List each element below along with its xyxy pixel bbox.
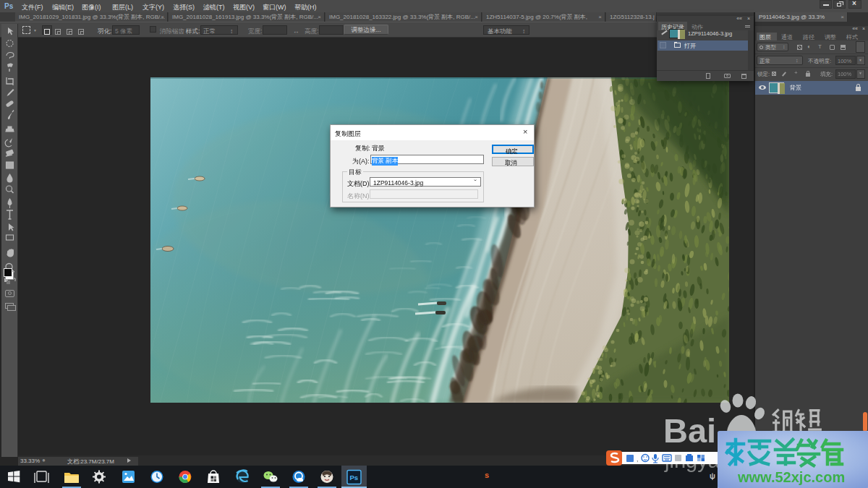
svg-text:,: , [637,455,639,463]
svg-text:Ps: Ps [350,474,359,481]
svg-text:Bai: Bai [663,411,716,450]
svg-text:s: s [485,471,489,479]
svg-text:www.52xjc.com: www.52xjc.com [737,469,845,485]
